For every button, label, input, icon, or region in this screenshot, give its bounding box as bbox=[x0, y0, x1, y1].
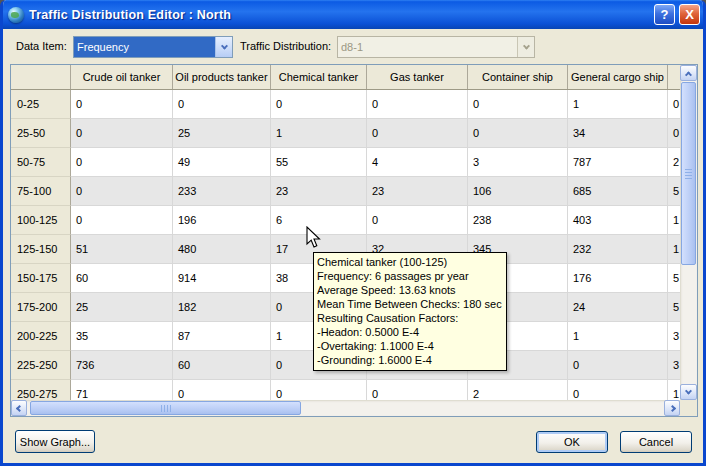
grid-cell[interactable]: 176 bbox=[568, 264, 668, 293]
grid-cell[interactable]: 0 bbox=[71, 148, 173, 177]
grid-cell[interactable]: 0 bbox=[367, 206, 468, 235]
grid-cell[interactable]: 0 bbox=[71, 119, 173, 148]
grid-cell[interactable]: 480 bbox=[173, 235, 271, 264]
grid-cell[interactable]: 0 bbox=[367, 90, 468, 119]
row-header: 0-25 bbox=[11, 90, 71, 119]
vertical-scroll-thumb[interactable] bbox=[681, 82, 696, 265]
grid-cell[interactable]: 232 bbox=[568, 235, 668, 264]
show-graph-button[interactable]: Show Graph... bbox=[15, 430, 95, 453]
grid-cell[interactable]: 685 bbox=[568, 177, 668, 206]
grid-cell[interactable]: 49 bbox=[173, 148, 271, 177]
grid-cell[interactable]: 60 bbox=[71, 264, 173, 293]
tooltip-line: -Overtaking: 1.1000 E-4 bbox=[317, 339, 502, 353]
traffic-distribution-value: d8-1 bbox=[338, 37, 517, 57]
grid-cell[interactable]: 0 bbox=[668, 90, 680, 119]
grid-cell[interactable]: 5 bbox=[668, 293, 680, 322]
grid-cell[interactable]: 0 bbox=[271, 90, 367, 119]
grid-cell[interactable]: 24 bbox=[568, 293, 668, 322]
grid-cell[interactable]: 0 bbox=[568, 380, 668, 400]
grid-cell[interactable]: 3 bbox=[668, 351, 680, 380]
grid-cell[interactable]: 2 bbox=[468, 380, 568, 400]
grid-cell[interactable]: 0 bbox=[668, 119, 680, 148]
table-row: 50-7504955437872 bbox=[11, 148, 680, 177]
grid-cell[interactable]: 1 bbox=[668, 235, 680, 264]
grid-cell[interactable]: 3 bbox=[668, 322, 680, 351]
grid-cell[interactable]: 0 bbox=[568, 351, 668, 380]
grid-cell[interactable]: 106 bbox=[468, 177, 568, 206]
grid-cell[interactable]: 71 bbox=[71, 380, 173, 400]
grid-cell[interactable]: 238 bbox=[468, 206, 568, 235]
grid-cell[interactable]: 25 bbox=[71, 293, 173, 322]
grid-cell[interactable]: 914 bbox=[173, 264, 271, 293]
cancel-button[interactable]: Cancel bbox=[620, 431, 692, 453]
scroll-left-button[interactable] bbox=[11, 400, 27, 416]
column-header: Chemical tanker bbox=[271, 65, 367, 89]
grid-cell[interactable]: 1 bbox=[271, 119, 367, 148]
grid-cell[interactable]: 0 bbox=[71, 206, 173, 235]
grid-cell[interactable]: 0 bbox=[71, 90, 173, 119]
grid-cell[interactable]: 233 bbox=[173, 177, 271, 206]
grid-cell[interactable]: 1 bbox=[668, 206, 680, 235]
grid-cell[interactable]: 1 bbox=[568, 90, 668, 119]
grid-cell[interactable]: 35 bbox=[71, 322, 173, 351]
grid-cell[interactable]: 51 bbox=[71, 235, 173, 264]
row-header: 50-75 bbox=[11, 148, 71, 177]
grid-cell[interactable]: 1 bbox=[568, 322, 668, 351]
grid-cell[interactable]: 0 bbox=[271, 380, 367, 400]
grid-cell[interactable]: 787 bbox=[568, 148, 668, 177]
titlebar[interactable]: Traffic Distribution Editor : North ? X bbox=[0, 0, 706, 29]
chevron-down-icon[interactable] bbox=[215, 37, 232, 57]
row-header: 100-125 bbox=[11, 206, 71, 235]
grid-cell[interactable]: 0 bbox=[468, 119, 568, 148]
row-header: 225-250 bbox=[11, 351, 71, 380]
scroll-down-button[interactable] bbox=[680, 384, 697, 400]
grid-cell[interactable]: 23 bbox=[271, 177, 367, 206]
traffic-distribution-label: Traffic Distribution: bbox=[240, 40, 331, 52]
row-header: 125-150 bbox=[11, 235, 71, 264]
data-item-label: Data Item: bbox=[16, 40, 67, 52]
help-icon: ? bbox=[661, 7, 669, 22]
vertical-scrollbar[interactable] bbox=[680, 65, 697, 400]
grid-cell[interactable]: 2 bbox=[668, 148, 680, 177]
ok-button[interactable]: OK bbox=[536, 431, 608, 453]
traffic-distribution-combobox: d8-1 bbox=[337, 36, 535, 58]
grid-cell[interactable]: 5 bbox=[668, 264, 680, 293]
grid-cell[interactable]: 5 bbox=[668, 177, 680, 206]
row-header: 200-225 bbox=[11, 322, 71, 351]
scroll-up-button[interactable] bbox=[680, 65, 697, 81]
grid-cell[interactable]: 4 bbox=[367, 148, 468, 177]
globe-icon bbox=[8, 7, 24, 23]
horizontal-scroll-thumb[interactable] bbox=[30, 401, 301, 415]
grid-cell[interactable]: 0 bbox=[367, 119, 468, 148]
grid-cell[interactable]: 0 bbox=[71, 177, 173, 206]
grid-cell[interactable]: 25 bbox=[173, 119, 271, 148]
grid-cell[interactable]: 196 bbox=[173, 206, 271, 235]
grid-cell[interactable]: 0 bbox=[173, 380, 271, 400]
tooltip-line: -Grounding: 1.6000 E-4 bbox=[317, 353, 502, 367]
close-button[interactable]: X bbox=[679, 4, 700, 25]
grid-cell[interactable]: 0 bbox=[367, 380, 468, 400]
row-header: 25-50 bbox=[11, 119, 71, 148]
grid-cell[interactable]: 0 bbox=[468, 90, 568, 119]
row-header: 75-100 bbox=[11, 177, 71, 206]
grid-cell[interactable]: 23 bbox=[367, 177, 468, 206]
data-item-combobox[interactable]: Frequency bbox=[73, 36, 233, 58]
grid-cell[interactable]: 3 bbox=[468, 148, 568, 177]
grid-cell[interactable]: 403 bbox=[568, 206, 668, 235]
column-header: Crude oil tanker bbox=[71, 65, 173, 89]
grid-cell[interactable]: 182 bbox=[173, 293, 271, 322]
tooltip-line: Mean Time Between Checks: 180 sec bbox=[317, 297, 502, 311]
grid-cell[interactable]: 55 bbox=[271, 148, 367, 177]
table-row: 100-1250196602384031 bbox=[11, 206, 680, 235]
mouse-cursor bbox=[305, 226, 323, 250]
grid-cell[interactable]: 0 bbox=[173, 90, 271, 119]
grid-cell[interactable]: 1 bbox=[668, 380, 680, 400]
grid-cell[interactable]: 736 bbox=[71, 351, 173, 380]
grid-cell[interactable]: 60 bbox=[173, 351, 271, 380]
grid-cell[interactable]: 87 bbox=[173, 322, 271, 351]
help-button[interactable]: ? bbox=[654, 4, 675, 25]
scroll-right-button[interactable] bbox=[664, 400, 680, 416]
column-header: Oil products tanker bbox=[173, 65, 271, 89]
grid-cell[interactable]: 34 bbox=[568, 119, 668, 148]
horizontal-scrollbar[interactable] bbox=[11, 400, 680, 416]
